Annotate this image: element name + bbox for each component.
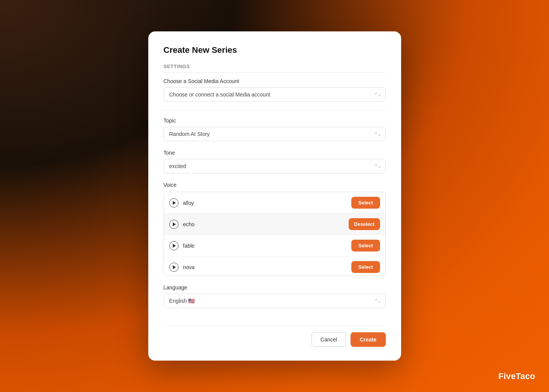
topic-select[interactable]: Random AI Story Custom Topic — [164, 127, 386, 141]
play-triangle-echo — [173, 222, 176, 226]
cancel-button[interactable]: Cancel — [311, 332, 346, 347]
social-media-field-group: Choose a Social Media Account Choose or … — [164, 78, 386, 102]
language-select[interactable]: English 🇺🇸 Spanish 🇪🇸 French 🇫🇷 — [164, 294, 386, 308]
divider-1 — [164, 110, 386, 111]
voice-item-alloy: alloy Select — [164, 192, 385, 214]
language-select-wrapper: English 🇺🇸 Spanish 🇪🇸 French 🇫🇷 ⌃⌄ — [164, 294, 386, 308]
create-button[interactable]: Create — [351, 332, 386, 347]
social-media-label: Choose a Social Media Account — [164, 78, 386, 84]
play-icon-fable[interactable] — [169, 241, 179, 250]
language-label: Language — [164, 284, 386, 291]
topic-field-group: Topic Random AI Story Custom Topic ⌃⌄ — [164, 118, 386, 141]
voice-list[interactable]: alloy Select echo Deselect fable — [164, 192, 386, 276]
topic-label: Topic — [164, 118, 386, 124]
voice-name-fable: fable — [183, 243, 352, 249]
voice-item-echo: echo Deselect — [164, 214, 385, 235]
voice-name-alloy: alloy — [183, 200, 352, 206]
voice-item-fable: fable Select — [164, 235, 385, 256]
social-media-select[interactable]: Choose or connect a social Media account — [164, 87, 386, 102]
create-series-modal: Create New Series Settings Choose a Soci… — [148, 31, 401, 361]
modal-footer: Cancel Create — [164, 326, 386, 347]
voice-name-echo: echo — [183, 221, 349, 227]
play-icon-alloy[interactable] — [169, 198, 179, 207]
tone-select-wrapper: excited calm dramatic funny ⌃⌄ — [164, 159, 386, 173]
play-triangle-alloy — [173, 201, 176, 205]
select-button-alloy[interactable]: Select — [351, 197, 380, 209]
play-icon-nova[interactable] — [169, 263, 179, 272]
voice-list-wrapper: alloy Select echo Deselect fable — [164, 192, 386, 276]
tone-select[interactable]: excited calm dramatic funny — [164, 159, 386, 173]
select-button-fable[interactable]: Select — [351, 240, 380, 252]
topic-select-wrapper: Random AI Story Custom Topic ⌃⌄ — [164, 127, 386, 141]
play-triangle-nova — [173, 265, 176, 269]
tone-field-group: Tone excited calm dramatic funny ⌃⌄ — [164, 150, 386, 173]
play-triangle-fable — [173, 244, 176, 248]
deselect-button-echo[interactable]: Deselect — [349, 218, 380, 230]
language-field-group: Language English 🇺🇸 Spanish 🇪🇸 French 🇫🇷… — [164, 284, 386, 308]
social-media-select-wrapper: Choose or connect a social Media account… — [164, 87, 386, 102]
tone-label: Tone — [164, 150, 386, 156]
brand-name: FiveTaco — [498, 371, 535, 381]
voice-name-nova: nova — [183, 264, 352, 270]
voice-label: Voice — [164, 182, 386, 188]
voice-item-nova: nova Select — [164, 256, 385, 276]
select-button-nova[interactable]: Select — [351, 261, 380, 273]
settings-section-label: Settings — [164, 64, 386, 73]
play-icon-echo[interactable] — [169, 220, 179, 229]
modal-title: Create New Series — [164, 45, 386, 55]
voice-field-group: Voice alloy Select echo Deselec — [164, 182, 386, 276]
